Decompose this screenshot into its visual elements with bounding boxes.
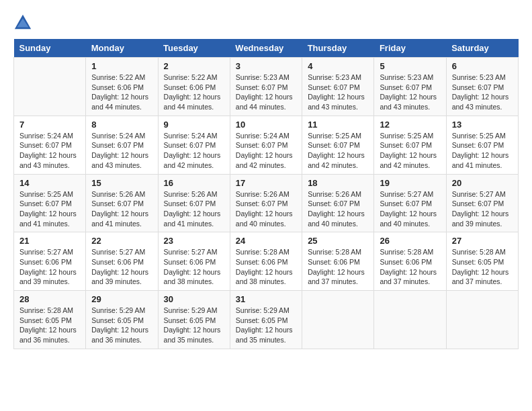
calendar-cell: 21Sunrise: 5:27 AMSunset: 6:06 PMDayligh…	[14, 232, 86, 291]
day-number: 19	[380, 178, 440, 188]
day-number: 6	[452, 61, 513, 71]
day-info: Sunrise: 5:25 AMSunset: 6:07 PMDaylight:…	[380, 131, 440, 171]
calendar-cell: 16Sunrise: 5:26 AMSunset: 6:07 PMDayligh…	[158, 174, 230, 232]
day-number: 21	[19, 236, 80, 246]
day-info: Sunrise: 5:24 AMSunset: 6:07 PMDaylight:…	[91, 131, 152, 171]
day-info: Sunrise: 5:27 AMSunset: 6:06 PMDaylight:…	[164, 247, 224, 287]
day-number: 1	[91, 61, 152, 71]
day-number: 16	[164, 178, 224, 188]
day-number: 10	[236, 120, 296, 130]
day-info: Sunrise: 5:27 AMSunset: 6:07 PMDaylight:…	[452, 189, 513, 229]
calendar-week-4: 21Sunrise: 5:27 AMSunset: 6:06 PMDayligh…	[14, 232, 519, 291]
day-info: Sunrise: 5:24 AMSunset: 6:07 PMDaylight:…	[19, 131, 80, 171]
calendar-cell: 22Sunrise: 5:27 AMSunset: 6:06 PMDayligh…	[86, 232, 158, 291]
calendar-cell: 2Sunrise: 5:22 AMSunset: 6:06 PMDaylight…	[158, 58, 230, 116]
day-info: Sunrise: 5:26 AMSunset: 6:07 PMDaylight:…	[91, 189, 152, 229]
calendar-cell: 24Sunrise: 5:28 AMSunset: 6:06 PMDayligh…	[230, 232, 302, 291]
day-info: Sunrise: 5:25 AMSunset: 6:07 PMDaylight:…	[452, 131, 513, 171]
calendar-cell	[446, 291, 518, 349]
day-info: Sunrise: 5:29 AMSunset: 6:05 PMDaylight:…	[164, 306, 224, 345]
header-monday: Monday	[86, 39, 158, 58]
calendar-cell: 17Sunrise: 5:26 AMSunset: 6:07 PMDayligh…	[230, 174, 302, 232]
day-number: 12	[380, 120, 440, 130]
calendar-cell: 11Sunrise: 5:25 AMSunset: 6:07 PMDayligh…	[302, 116, 374, 174]
day-info: Sunrise: 5:27 AMSunset: 6:07 PMDaylight:…	[380, 189, 440, 229]
header-wednesday: Wednesday	[230, 39, 302, 58]
calendar-cell: 25Sunrise: 5:28 AMSunset: 6:06 PMDayligh…	[302, 232, 374, 291]
day-info: Sunrise: 5:29 AMSunset: 6:05 PMDaylight:…	[236, 306, 296, 345]
calendar-week-3: 14Sunrise: 5:25 AMSunset: 6:07 PMDayligh…	[14, 174, 519, 232]
calendar-cell: 20Sunrise: 5:27 AMSunset: 6:07 PMDayligh…	[446, 174, 518, 232]
day-number: 3	[236, 61, 296, 71]
day-number: 4	[308, 61, 368, 71]
day-number: 11	[308, 120, 368, 130]
day-info: Sunrise: 5:23 AMSunset: 6:07 PMDaylight:…	[236, 73, 296, 112]
calendar-cell: 10Sunrise: 5:24 AMSunset: 6:07 PMDayligh…	[230, 116, 302, 174]
calendar-table: SundayMondayTuesdayWednesdayThursdayFrid…	[13, 39, 519, 349]
day-info: Sunrise: 5:22 AMSunset: 6:06 PMDaylight:…	[164, 73, 224, 112]
calendar-cell: 27Sunrise: 5:28 AMSunset: 6:05 PMDayligh…	[446, 232, 518, 291]
day-number: 13	[452, 120, 513, 130]
day-number: 25	[308, 236, 368, 246]
day-info: Sunrise: 5:28 AMSunset: 6:05 PMDaylight:…	[452, 247, 513, 287]
calendar-cell: 3Sunrise: 5:23 AMSunset: 6:07 PMDaylight…	[230, 58, 302, 116]
day-number: 14	[19, 178, 80, 188]
day-number: 26	[380, 236, 440, 246]
day-info: Sunrise: 5:28 AMSunset: 6:06 PMDaylight:…	[380, 247, 440, 287]
day-number: 9	[164, 120, 224, 130]
header-thursday: Thursday	[302, 39, 374, 58]
calendar-cell: 30Sunrise: 5:29 AMSunset: 6:05 PMDayligh…	[158, 291, 230, 349]
calendar-cell: 18Sunrise: 5:26 AMSunset: 6:07 PMDayligh…	[302, 174, 374, 232]
calendar-week-5: 28Sunrise: 5:28 AMSunset: 6:05 PMDayligh…	[14, 291, 519, 349]
day-number: 23	[164, 236, 224, 246]
day-info: Sunrise: 5:28 AMSunset: 6:06 PMDaylight:…	[308, 247, 368, 287]
day-info: Sunrise: 5:26 AMSunset: 6:07 PMDaylight:…	[308, 189, 368, 229]
day-number: 15	[91, 178, 152, 188]
header-friday: Friday	[374, 39, 446, 58]
day-number: 7	[19, 120, 80, 130]
day-info: Sunrise: 5:23 AMSunset: 6:07 PMDaylight:…	[380, 73, 440, 112]
day-info: Sunrise: 5:27 AMSunset: 6:06 PMDaylight:…	[19, 247, 80, 287]
calendar-cell: 4Sunrise: 5:23 AMSunset: 6:07 PMDaylight…	[302, 58, 374, 116]
calendar-cell: 9Sunrise: 5:24 AMSunset: 6:07 PMDaylight…	[158, 116, 230, 174]
calendar-cell: 8Sunrise: 5:24 AMSunset: 6:07 PMDaylight…	[86, 116, 158, 174]
day-number: 27	[452, 236, 513, 246]
day-info: Sunrise: 5:23 AMSunset: 6:07 PMDaylight:…	[308, 73, 368, 112]
day-number: 2	[164, 61, 224, 71]
calendar-cell: 28Sunrise: 5:28 AMSunset: 6:05 PMDayligh…	[14, 291, 86, 349]
header-sunday: Sunday	[14, 39, 86, 58]
day-info: Sunrise: 5:25 AMSunset: 6:07 PMDaylight:…	[19, 189, 80, 229]
calendar-cell: 13Sunrise: 5:25 AMSunset: 6:07 PMDayligh…	[446, 116, 518, 174]
day-number: 8	[91, 120, 152, 130]
day-info: Sunrise: 5:29 AMSunset: 6:05 PMDaylight:…	[91, 306, 152, 345]
calendar-cell: 29Sunrise: 5:29 AMSunset: 6:05 PMDayligh…	[86, 291, 158, 349]
calendar-cell: 19Sunrise: 5:27 AMSunset: 6:07 PMDayligh…	[374, 174, 446, 232]
day-info: Sunrise: 5:28 AMSunset: 6:05 PMDaylight:…	[19, 306, 80, 345]
calendar-cell: 1Sunrise: 5:22 AMSunset: 6:06 PMDaylight…	[86, 58, 158, 116]
day-info: Sunrise: 5:22 AMSunset: 6:06 PMDaylight:…	[91, 73, 152, 112]
calendar-cell	[14, 58, 86, 116]
calendar-cell: 23Sunrise: 5:27 AMSunset: 6:06 PMDayligh…	[158, 232, 230, 291]
calendar-cell: 7Sunrise: 5:24 AMSunset: 6:07 PMDaylight…	[14, 116, 86, 174]
calendar-cell: 12Sunrise: 5:25 AMSunset: 6:07 PMDayligh…	[374, 116, 446, 174]
day-number: 18	[308, 178, 368, 188]
calendar-cell: 26Sunrise: 5:28 AMSunset: 6:06 PMDayligh…	[374, 232, 446, 291]
day-info: Sunrise: 5:27 AMSunset: 6:06 PMDaylight:…	[91, 247, 152, 287]
day-info: Sunrise: 5:28 AMSunset: 6:06 PMDaylight:…	[236, 247, 296, 287]
logo	[13, 13, 36, 32]
header-saturday: Saturday	[446, 39, 518, 58]
day-number: 28	[19, 294, 80, 304]
day-number: 31	[236, 294, 296, 304]
day-number: 24	[236, 236, 296, 246]
header-tuesday: Tuesday	[158, 39, 230, 58]
calendar-cell	[302, 291, 374, 349]
day-number: 5	[380, 61, 440, 71]
day-number: 29	[91, 294, 152, 304]
day-info: Sunrise: 5:24 AMSunset: 6:07 PMDaylight:…	[164, 131, 224, 171]
day-number: 30	[164, 294, 224, 304]
calendar-cell	[374, 291, 446, 349]
calendar-week-1: 1Sunrise: 5:22 AMSunset: 6:06 PMDaylight…	[14, 58, 519, 116]
logo-icon	[13, 13, 32, 32]
day-info: Sunrise: 5:25 AMSunset: 6:07 PMDaylight:…	[308, 131, 368, 171]
calendar-cell: 31Sunrise: 5:29 AMSunset: 6:05 PMDayligh…	[230, 291, 302, 349]
